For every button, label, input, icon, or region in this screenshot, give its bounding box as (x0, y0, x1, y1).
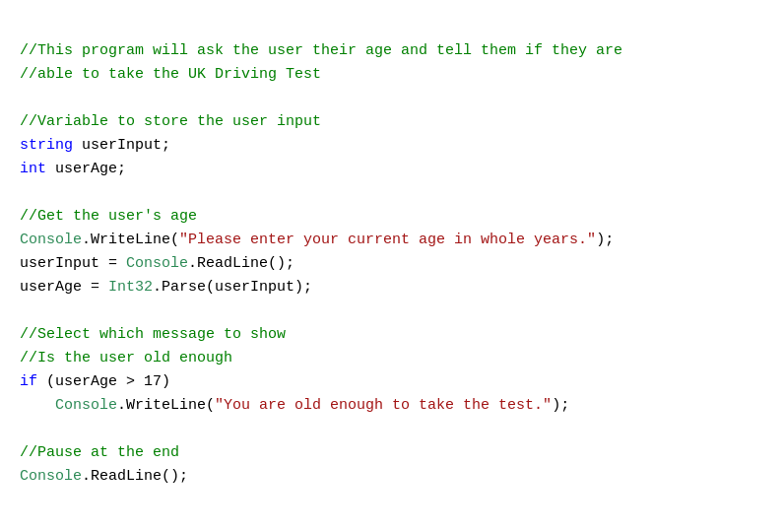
class-name-token: Console (55, 397, 117, 414)
class-name-token: Console (20, 468, 82, 485)
code-line (20, 299, 764, 323)
code-line: //Is the user old enough (20, 347, 764, 370)
code-line: //Variable to store the user input (20, 110, 764, 134)
code-line: if (userAge > 17) (20, 370, 764, 394)
code-line: userAge = Int32.Parse(userInput); (20, 276, 764, 299)
code-line: Console.ReadLine(); (20, 465, 764, 489)
keyword-token: if (20, 373, 37, 390)
code-editor: //This program will ask the user their a… (20, 16, 764, 489)
plain-token: .ReadLine(); (188, 255, 294, 272)
code-line: //Get the user's age (20, 205, 764, 229)
string-token: "Please enter your current age in whole … (179, 232, 596, 248)
class-name-token: Console (20, 232, 82, 248)
plain-token: (userAge > 17) (37, 373, 170, 390)
comment-token: //able to take the UK Driving Test (20, 66, 321, 83)
code-line: userInput = Console.ReadLine(); (20, 252, 764, 276)
plain-token: userInput = (20, 255, 126, 272)
plain-token: ); (596, 232, 614, 248)
comment-token: //Is the user old enough (20, 350, 232, 366)
plain-token: userAge = (20, 279, 108, 296)
plain-token: .WriteLine( (117, 397, 215, 414)
keyword-token: string (20, 137, 73, 154)
code-line: Console.WriteLine("You are old enough to… (20, 394, 764, 418)
code-line: //Select which message to show (20, 323, 764, 347)
plain-token (20, 397, 55, 414)
comment-token: //Select which message to show (20, 326, 286, 343)
plain-token: userAge; (46, 161, 126, 177)
class-name-token: Console (126, 255, 188, 272)
comment-token: //Get the user's age (20, 208, 197, 225)
code-line: //This program will ask the user their a… (20, 39, 764, 63)
code-line (20, 181, 764, 205)
plain-token: . (82, 232, 91, 248)
class-name-token: Int32 (108, 279, 153, 296)
comment-token: //Variable to store the user input (20, 113, 321, 130)
code-line: //able to take the UK Driving Test (20, 63, 764, 87)
code-line (20, 87, 764, 110)
comment-token: //This program will ask the user their a… (20, 42, 622, 59)
string-token: "You are old enough to take the test." (215, 397, 552, 414)
code-line: int userAge; (20, 158, 764, 181)
plain-token: .Parse(userInput); (153, 279, 312, 296)
comment-token: //Pause at the end (20, 444, 179, 461)
plain-token: ); (552, 397, 569, 414)
code-line (20, 418, 764, 441)
code-line: //Pause at the end (20, 441, 764, 465)
plain-token: userInput; (73, 137, 170, 154)
keyword-token: int (20, 161, 46, 177)
plain-token: WriteLine( (91, 232, 179, 248)
plain-token: .ReadLine(); (82, 468, 188, 485)
code-line: string userInput; (20, 134, 764, 158)
code-line: Console.WriteLine("Please enter your cur… (20, 229, 764, 252)
